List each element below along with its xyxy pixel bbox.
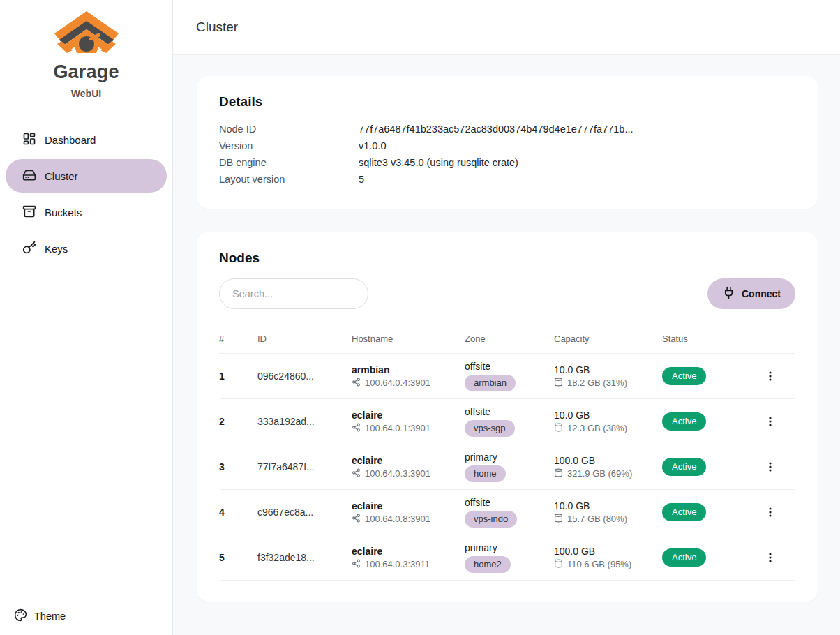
kebab-icon <box>765 507 776 518</box>
table-row: 1 096c24860... armbian 100.64.0.4:3901 o… <box>219 354 795 399</box>
node-hostname: eclaire <box>352 455 465 466</box>
node-hostname-cell: eclaire 100.64.0.1:3901 <box>352 410 465 434</box>
zone-tag: home <box>465 465 506 482</box>
node-address: 100.64.0.8:3901 <box>365 514 430 524</box>
node-zone: primary <box>465 542 554 553</box>
share-nodes-icon <box>352 514 361 525</box>
sidebar-item-cluster[interactable]: Cluster <box>6 159 167 193</box>
node-usage-line: 110.6 GB (95%) <box>554 559 662 570</box>
sidebar-item-dashboard[interactable]: Dashboard <box>6 123 167 156</box>
node-zone: offsite <box>465 406 554 417</box>
table-row: 4 c9667ec8a... eclaire 100.64.0.8:3901 o… <box>219 490 795 535</box>
node-address-line: 100.64.0.1:3901 <box>352 423 465 434</box>
row-actions-kebab-button[interactable] <box>759 456 781 478</box>
connect-button[interactable]: Connect <box>707 278 795 309</box>
database-icon <box>554 378 563 389</box>
node-status-cell: Active <box>662 548 749 567</box>
sidebar: Garage WebUI Dashboard Cluster <box>0 0 173 635</box>
sidebar-item-label: Cluster <box>45 170 78 182</box>
theme-button[interactable]: Theme <box>14 608 66 624</box>
detail-label: Layout version <box>219 171 359 188</box>
sidebar-item-buckets[interactable]: Buckets <box>6 195 167 229</box>
nodes-card: Nodes Connect # ID Host <box>197 232 818 602</box>
node-hostname-cell: armbian 100.64.0.4:3901 <box>352 364 465 389</box>
main-area: Cluster Details Node ID 77f7a6487f41b233… <box>173 0 840 635</box>
node-zone-cell: primary home2 <box>465 542 554 573</box>
node-id: f3f32ade18... <box>257 552 352 563</box>
node-hostname: eclaire <box>352 500 465 511</box>
brand-title: Garage <box>53 61 119 83</box>
database-icon <box>554 423 563 434</box>
node-number: 3 <box>219 461 257 472</box>
node-usage-line: 12.3 GB (38%) <box>554 423 662 434</box>
nodes-table: # ID Hostname Zone Capacity Status 1 096… <box>219 324 795 581</box>
row-actions-kebab-button[interactable] <box>759 546 781 569</box>
node-usage-line: 321.9 GB (69%) <box>554 468 662 479</box>
node-address-line: 100.64.0.4:3901 <box>352 378 465 389</box>
row-actions-kebab-button[interactable] <box>759 501 781 523</box>
node-usage: 12.3 GB (38%) <box>567 423 627 433</box>
brand: Garage WebUI <box>0 0 172 99</box>
node-status-cell: Active <box>662 503 749 521</box>
node-zone: primary <box>465 451 554 463</box>
detail-label: Version <box>219 137 359 154</box>
row-actions-kebab-button[interactable] <box>759 365 781 387</box>
hard-drive-icon <box>22 168 36 184</box>
col-header-hostname: Hostname <box>352 334 465 344</box>
node-id: 096c24860... <box>257 371 352 382</box>
node-id: c9667ec8a... <box>257 507 352 518</box>
status-badge: Active <box>662 503 706 521</box>
table-row: 2 333a192ad... eclaire 100.64.0.1:3901 o… <box>219 399 795 444</box>
row-actions-kebab-button[interactable] <box>759 410 781 433</box>
detail-row-layout-version: Layout version 5 <box>219 171 795 188</box>
status-badge: Active <box>662 367 706 385</box>
node-usage: 18.2 GB (31%) <box>567 378 627 388</box>
node-status-cell: Active <box>662 367 749 385</box>
node-capacity-cell: 100.0 GB 110.6 GB (95%) <box>554 546 662 570</box>
detail-value: 77f7a6487f41b233ac572ac83d00374b479d4e1e… <box>359 121 633 137</box>
detail-row-version: Version v1.0.0 <box>219 137 795 154</box>
share-nodes-icon <box>352 423 361 434</box>
node-address-line: 100.64.0.3:3901 <box>352 468 465 479</box>
database-icon <box>554 468 563 479</box>
share-nodes-icon <box>352 559 361 570</box>
share-nodes-icon <box>352 378 361 389</box>
node-status-cell: Active <box>662 458 749 476</box>
node-number: 5 <box>219 552 257 563</box>
garage-logo-icon <box>53 10 120 56</box>
node-status-cell: Active <box>662 412 749 431</box>
col-header-zone: Zone <box>465 334 554 344</box>
theme-label: Theme <box>34 611 66 622</box>
node-hostname-cell: eclaire 100.64.0.3:3911 <box>352 546 465 570</box>
node-zone-cell: primary home <box>465 451 554 482</box>
details-card: Details Node ID 77f7a6487f41b233ac572ac8… <box>197 76 818 209</box>
page-title: Cluster <box>196 20 238 35</box>
col-header-num: # <box>219 334 257 344</box>
node-address: 100.64.0.3:3901 <box>365 468 430 479</box>
search-input[interactable] <box>219 278 368 309</box>
archive-box-icon <box>22 204 36 221</box>
status-badge: Active <box>662 548 706 567</box>
node-address: 100.64.0.3:3911 <box>365 559 430 569</box>
sidebar-item-label: Keys <box>45 243 68 255</box>
node-capacity: 10.0 GB <box>554 500 662 511</box>
detail-value: 5 <box>359 171 364 188</box>
node-capacity: 100.0 GB <box>554 455 662 466</box>
node-number: 1 <box>219 371 257 382</box>
sidebar-item-keys[interactable]: Keys <box>6 232 167 265</box>
node-usage: 15.7 GB (80%) <box>567 514 627 524</box>
node-id: 333a192ad... <box>257 416 352 427</box>
detail-row-node-id: Node ID 77f7a6487f41b233ac572ac83d00374b… <box>219 121 795 137</box>
sidebar-item-label: Dashboard <box>45 134 96 146</box>
zone-tag: vps-indo <box>465 511 517 528</box>
node-zone-cell: offsite armbian <box>465 361 554 391</box>
node-capacity-cell: 10.0 GB 15.7 GB (80%) <box>554 500 662 525</box>
node-hostname: armbian <box>352 364 465 375</box>
node-capacity-cell: 10.0 GB 12.3 GB (38%) <box>554 410 662 434</box>
node-zone-cell: offsite vps-sgp <box>465 406 554 437</box>
col-header-capacity: Capacity <box>554 334 662 344</box>
connect-button-label: Connect <box>742 288 781 299</box>
node-usage: 321.9 GB (69%) <box>567 468 632 479</box>
topbar: Cluster <box>173 0 840 55</box>
brand-subtitle: WebUI <box>71 88 101 99</box>
